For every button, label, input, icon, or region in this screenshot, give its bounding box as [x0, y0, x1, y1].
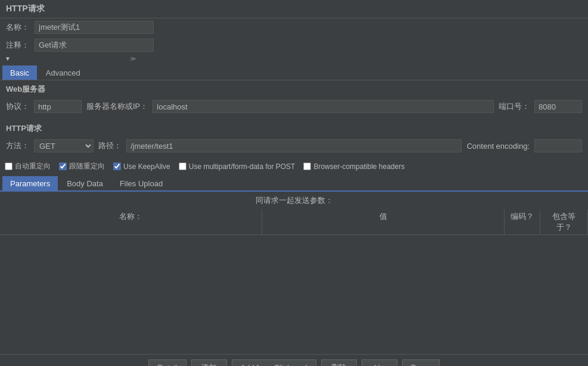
col-name-header: 名称： [0, 209, 262, 234]
add-button[interactable]: 添加 [191, 359, 227, 366]
http-request-section: HTTP请求 方法： GET POST PUT DELETE 路径： Conte… [0, 120, 588, 157]
main-window: HTTP请求 名称： 注释： ▼ ≫ Basic Advanced Web服务器… [0, 0, 588, 366]
keep-alive-label: Use KeepAlive [123, 162, 170, 171]
auto-redirect-checkbox-item[interactable]: 自动重定向 [5, 161, 51, 171]
sub-tabs-bar: Parameters Body Data Files Upload [0, 174, 588, 192]
keep-alive-checkbox-item[interactable]: Use KeepAlive [113, 162, 170, 171]
multipart-checkbox[interactable] [179, 162, 186, 170]
server-form-row: 协议： 服务器名称或IP： 端口号： [6, 98, 582, 115]
table-body [0, 235, 588, 354]
detail-button[interactable]: Detail [148, 359, 186, 366]
collapse-arrow-icon[interactable]: ▼ [5, 55, 11, 62]
col-encoded-header: 编码？ [505, 209, 540, 234]
server-input[interactable] [153, 100, 494, 113]
comment-row: 注释： [0, 36, 588, 54]
encoding-label: Content encoding: [466, 142, 530, 151]
follow-redirect-label: 跟随重定向 [69, 161, 105, 171]
sub-tab-files-upload[interactable]: Files Upload [112, 176, 170, 190]
bottom-buttons: Detail 添加 Add from Clipboard 删除 Up Down [0, 354, 588, 366]
down-button[interactable]: Down [402, 359, 440, 366]
scroll-indicator: ≫ [130, 55, 136, 62]
multipart-checkbox-item[interactable]: Use multipart/form-data for POST [179, 162, 295, 171]
method-label: 方法： [6, 140, 29, 151]
sub-tab-parameters[interactable]: Parameters [2, 176, 58, 190]
follow-redirect-checkbox[interactable] [59, 162, 67, 170]
request-form-row: 方法： GET POST PUT DELETE 路径： Content enco… [6, 137, 582, 154]
add-from-clipboard-button[interactable]: Add from Clipboard [232, 359, 316, 366]
content-area: Web服务器 协议： 服务器名称或IP： 端口号： HTTP请求 方法： GET… [0, 80, 588, 366]
title-bar: HTTP请求 [0, 0, 588, 18]
main-tabs-bar: Basic Advanced [0, 63, 588, 80]
server-label: 服务器名称或IP： [86, 101, 148, 112]
auto-redirect-label: 自动重定向 [15, 161, 51, 171]
name-input[interactable] [35, 21, 154, 34]
comment-label: 注释： [6, 40, 30, 51]
collapse-bar: ▼ ≫ [0, 54, 588, 63]
keep-alive-checkbox[interactable] [113, 162, 121, 170]
sub-tab-body-data[interactable]: Body Data [59, 176, 111, 190]
follow-redirect-checkbox-item[interactable]: 跟随重定向 [59, 161, 105, 171]
checkbox-row: 自动重定向 跟随重定向 Use KeepAlive Use multipart/… [0, 159, 588, 174]
path-input[interactable] [126, 139, 462, 152]
up-button[interactable]: Up [362, 359, 397, 366]
method-select[interactable]: GET POST PUT DELETE [34, 139, 94, 152]
browser-headers-label: Browser-compatible headers [313, 162, 405, 171]
protocol-input[interactable] [34, 100, 82, 113]
name-row: 名称： [0, 18, 588, 36]
delete-button[interactable]: 删除 [321, 359, 357, 366]
http-request-title: HTTP请求 [6, 122, 582, 135]
col-include-header: 包含等于？ [540, 209, 588, 234]
window-title: HTTP请求 [6, 4, 45, 13]
browser-headers-checkbox[interactable] [303, 162, 311, 170]
port-label: 端口号： [499, 101, 530, 112]
col-value-header: 值 [262, 209, 505, 234]
auto-redirect-checkbox[interactable] [5, 162, 13, 170]
browser-headers-checkbox-item[interactable]: Browser-compatible headers [303, 162, 405, 171]
name-label: 名称： [6, 22, 30, 33]
encoding-input[interactable] [534, 139, 582, 152]
params-header: 同请求一起发送参数： [0, 192, 588, 209]
web-server-section: Web服务器 协议： 服务器名称或IP： 端口号： [0, 80, 588, 117]
protocol-label: 协议： [6, 101, 29, 112]
multipart-label: Use multipart/form-data for POST [189, 162, 295, 171]
web-server-title: Web服务器 [6, 83, 582, 96]
tab-basic[interactable]: Basic [2, 65, 37, 80]
table-header: 名称： 值 编码？ 包含等于？ [0, 209, 588, 235]
path-label: 路径： [98, 140, 122, 151]
comment-input[interactable] [35, 39, 154, 52]
port-input[interactable] [534, 100, 582, 113]
tab-advanced[interactable]: Advanced [38, 65, 88, 80]
